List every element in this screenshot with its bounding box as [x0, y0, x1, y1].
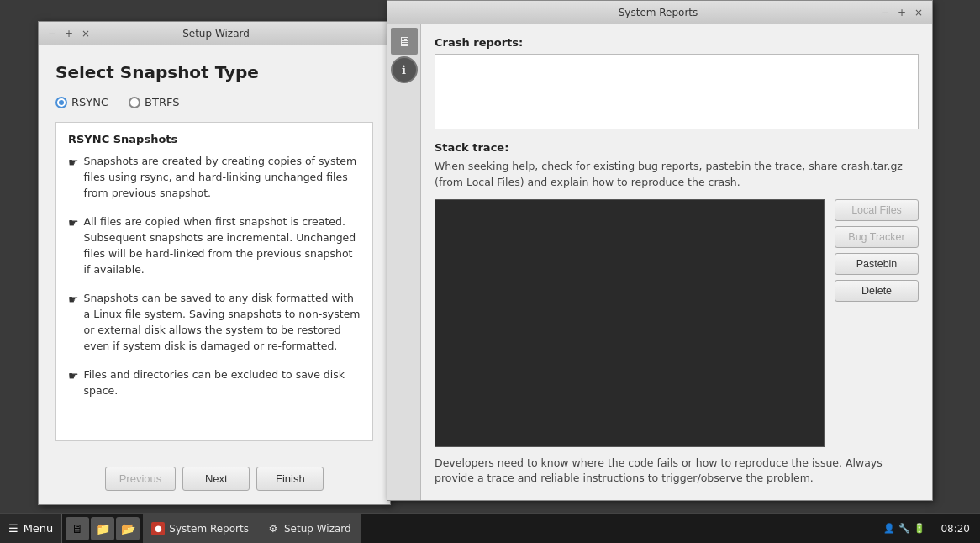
info-text-4: Files and directories can be excluded to… [84, 367, 361, 399]
taskbar-clock: 08:20 [930, 523, 980, 535]
system-reports-maximize[interactable]: + [895, 6, 909, 19]
systray-battery-icon: 🔋 [914, 523, 925, 534]
snapshot-type-radio-group: RSYNC BTRFS [55, 96, 373, 108]
pastebin-button[interactable]: Pastebin [835, 253, 919, 275]
taskbar-launcher-2[interactable]: 📁 [91, 517, 114, 540]
btrfs-label: BTRFS [145, 96, 179, 108]
sr-bottom-description: Developers need to know where the code f… [435, 456, 919, 488]
system-reports-minimize[interactable]: − [878, 6, 892, 19]
taskbar-app-icon-system-reports: ● [151, 522, 165, 535]
sr-main-content: Crash reports: Stack trace: When seeking… [421, 24, 932, 500]
setup-wizard-footer: Previous Next Finish [39, 458, 390, 504]
taskbar-launcher-1[interactable]: 🖥 [66, 517, 89, 540]
next-button[interactable]: Next [182, 467, 250, 491]
stack-trace-desc: When seeking help, check for existing bu… [435, 159, 919, 191]
system-reports-window: System Reports − + × 🖥 ℹ Crash reports: … [387, 0, 933, 501]
setup-wizard-close[interactable]: × [79, 27, 92, 40]
system-reports-controls: − + × [878, 6, 925, 19]
info-item-3: ☛ Snapshots can be saved to any disk for… [68, 291, 361, 354]
sr-content-area: Crash reports: Stack trace: When seeking… [421, 24, 932, 500]
local-files-button[interactable]: Local Files [835, 199, 919, 221]
info-box: RSYNC Snapshots ☛ Snapshots are created … [55, 122, 373, 441]
finish-button[interactable]: Finish [256, 467, 324, 491]
btrfs-radio[interactable] [129, 97, 140, 108]
taskbar-apps-area: ● System Reports ⚙ Setup Wizard [143, 514, 878, 543]
system-reports-close[interactable]: × [912, 6, 925, 19]
setup-wizard-minimize[interactable]: − [45, 27, 59, 40]
bullet-3: ☛ [68, 291, 79, 354]
crash-reports-label: Crash reports: [435, 36, 919, 49]
setup-wizard-window: − + × Setup Wizard Select Snapshot Type … [38, 21, 391, 505]
taskbar-launchers: 🖥 📁 📂 [62, 514, 143, 543]
info-box-title: RSYNC Snapshots [68, 133, 361, 145]
sr-action-buttons: Local Files Bug Tracker Pastebin Delete [835, 199, 919, 447]
taskbar-menu-button[interactable]: ☰ Menu [0, 514, 62, 543]
taskbar-app-label-setup-wizard: Setup Wizard [284, 523, 351, 535]
stack-trace-label: Stack trace: [435, 141, 919, 154]
taskbar-app-icon-setup-wizard: ⚙ [266, 522, 280, 535]
info-text-3: Snapshots can be saved to any disk forma… [84, 291, 361, 354]
info-text-1: Snapshots are created by creating copies… [84, 154, 361, 201]
setup-wizard-title: Setup Wizard [92, 28, 340, 40]
desktop: − + × Setup Wizard Select Snapshot Type … [0, 0, 980, 543]
systray-wrench-icon: 🔧 [898, 523, 910, 534]
bullet-4: ☛ [68, 367, 79, 399]
system-reports-titlebar: System Reports − + × [387, 1, 932, 24]
delete-button[interactable]: Delete [835, 280, 919, 302]
info-item-1: ☛ Snapshots are created by creating copi… [68, 154, 361, 201]
info-item-4: ☛ Files and directories can be excluded … [68, 367, 361, 399]
taskbar-menu-label: Menu [24, 522, 54, 535]
sr-sidebar: 🖥 ℹ [387, 24, 421, 500]
taskbar-menu-icon: ☰ [8, 522, 18, 535]
bullet-1: ☛ [68, 154, 79, 201]
setup-wizard-controls: − + × [45, 27, 92, 40]
bug-tracker-button[interactable]: Bug Tracker [835, 226, 919, 248]
crash-reports-box[interactable] [435, 54, 919, 129]
sr-middle-section: Local Files Bug Tracker Pastebin Delete [435, 199, 919, 447]
rsync-label: RSYNC [71, 96, 108, 108]
taskbar: ☰ Menu 🖥 📁 📂 ● System Reports ⚙ Setup Wi… [0, 513, 980, 543]
rsync-radio[interactable] [55, 97, 67, 108]
system-reports-title: System Reports [438, 7, 878, 18]
info-text-2: All files are copied when first snapshot… [84, 214, 361, 277]
btrfs-radio-label[interactable]: BTRFS [129, 96, 179, 108]
setup-wizard-titlebar: − + × Setup Wizard [39, 22, 390, 45]
taskbar-launcher-3[interactable]: 📂 [116, 517, 140, 540]
setup-wizard-heading: Select Snapshot Type [55, 62, 373, 82]
previous-button[interactable]: Previous [105, 467, 177, 491]
taskbar-systray: 👤 🔧 🔋 [878, 523, 930, 534]
clock-time: 08:20 [940, 523, 970, 535]
bullet-2: ☛ [68, 214, 79, 277]
sr-sidebar-icon-monitor[interactable]: 🖥 [391, 28, 418, 55]
info-item-2: ☛ All files are copied when first snapsh… [68, 214, 361, 277]
systray-user-icon: 👤 [883, 523, 895, 534]
setup-wizard-maximize[interactable]: + [62, 27, 76, 40]
setup-wizard-content: Select Snapshot Type RSYNC BTRFS RSYNC S… [39, 45, 390, 458]
rsync-radio-label[interactable]: RSYNC [55, 96, 108, 108]
trace-content-box [435, 199, 825, 447]
sr-sidebar-icon-info[interactable]: ℹ [391, 56, 418, 83]
taskbar-app-system-reports[interactable]: ● System Reports [143, 514, 258, 543]
taskbar-app-label-system-reports: System Reports [169, 523, 249, 535]
taskbar-app-setup-wizard[interactable]: ⚙ Setup Wizard [258, 514, 361, 543]
